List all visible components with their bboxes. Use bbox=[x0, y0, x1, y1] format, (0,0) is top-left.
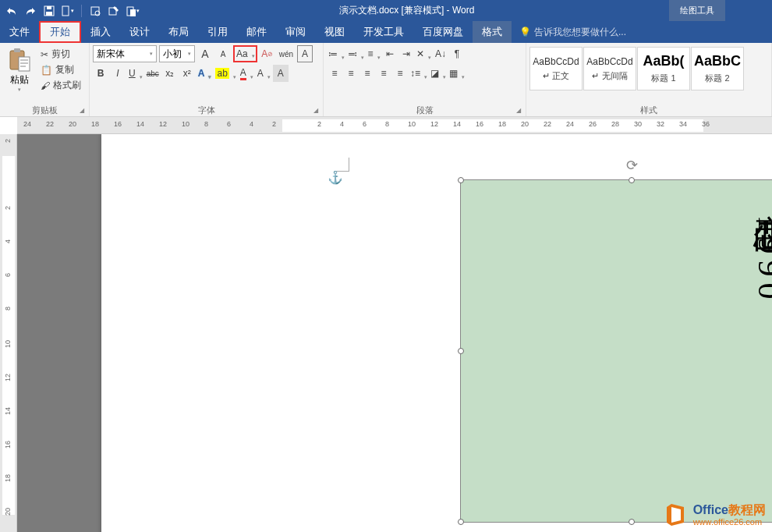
resize-handle-n[interactable] bbox=[629, 177, 635, 183]
group-label-clipboard: 剪贴板 bbox=[3, 104, 86, 116]
bullets-button[interactable]: ≔ bbox=[327, 45, 345, 62]
multilevel-list-button[interactable]: ≡ bbox=[366, 45, 381, 62]
tab-developer[interactable]: 开发工具 bbox=[354, 21, 413, 43]
resize-handle-nw[interactable] bbox=[458, 177, 464, 183]
font-dialog-launcher[interactable]: ◢ bbox=[313, 107, 321, 115]
align-right-button[interactable]: ≡ bbox=[359, 65, 375, 82]
text-effects-button[interactable]: A bbox=[197, 65, 213, 82]
style-preview: AaBbCcDd bbox=[586, 56, 632, 67]
svg-rect-10 bbox=[14, 48, 20, 52]
tab-layout[interactable]: 布局 bbox=[159, 21, 198, 43]
show-marks-button[interactable]: ¶ bbox=[449, 45, 465, 62]
text-box-content[interactable]: 恋曲 1990 bbox=[748, 188, 772, 306]
borders-button[interactable]: ▦ bbox=[448, 65, 466, 82]
style-name: 标题 1 bbox=[651, 73, 675, 84]
distribute-button[interactable]: ≡ bbox=[392, 65, 408, 82]
char-shading-button[interactable]: A bbox=[273, 65, 289, 82]
page: ⚓ ⟳ 恋曲 1990 bbox=[101, 134, 772, 532]
font-color-button[interactable]: A bbox=[239, 65, 254, 82]
style-item-1[interactable]: AaBbCcDd↵ 无间隔 bbox=[583, 47, 636, 90]
tab-view[interactable]: 视图 bbox=[315, 21, 354, 43]
svg-rect-11 bbox=[19, 57, 30, 71]
char-circle-button[interactable]: A bbox=[256, 65, 271, 82]
title-bar: ▾ ▾ 演示文档.docx [兼容模式] - Word 绘图工具 bbox=[0, 0, 772, 21]
copy-icon: 📋 bbox=[41, 65, 52, 76]
cut-button[interactable]: ✂剪切 bbox=[37, 47, 84, 62]
paste-icon bbox=[6, 47, 33, 73]
qat-macro-button[interactable] bbox=[105, 2, 122, 20]
brush-icon: 🖌 bbox=[41, 80, 50, 91]
line-spacing-button[interactable]: ↕≡ bbox=[409, 65, 428, 82]
bold-button[interactable]: B bbox=[93, 65, 108, 82]
clipboard-dialog-launcher[interactable]: ◢ bbox=[80, 107, 87, 115]
document-canvas[interactable]: ⚓ ⟳ 恋曲 1990 bbox=[17, 134, 772, 532]
style-preview: AaBbCcDd bbox=[533, 56, 579, 67]
sort-button[interactable]: A↓ bbox=[433, 45, 448, 62]
tab-mailings[interactable]: 邮件 bbox=[237, 21, 276, 43]
align-left-button[interactable]: ≡ bbox=[327, 65, 342, 82]
tab-baidu[interactable]: 百度网盘 bbox=[413, 21, 473, 43]
paste-button[interactable]: 粘贴 ▾ bbox=[3, 45, 36, 104]
style-item-0[interactable]: AaBbCcDd↵ 正文 bbox=[529, 47, 583, 90]
lightbulb-icon: 💡 bbox=[519, 27, 531, 37]
paragraph-dialog-launcher[interactable]: ◢ bbox=[516, 107, 524, 115]
font-name-select[interactable]: 新宋体▾ bbox=[93, 45, 157, 62]
group-label-paragraph: 段落 bbox=[327, 104, 522, 116]
style-item-3[interactable]: AaBbC标题 2 bbox=[691, 47, 744, 90]
tab-insert[interactable]: 插入 bbox=[81, 21, 120, 43]
rotate-handle[interactable]: ⟳ bbox=[626, 157, 638, 174]
format-painter-button[interactable]: 🖌格式刷 bbox=[37, 78, 84, 93]
change-case-button[interactable]: Aa bbox=[233, 45, 257, 62]
numbering-button[interactable]: ≕ bbox=[346, 45, 365, 62]
resize-handle-s[interactable] bbox=[629, 519, 635, 525]
copy-button[interactable]: 📋复制 bbox=[37, 62, 84, 77]
tab-review[interactable]: 审阅 bbox=[276, 21, 315, 43]
highlight-color-button[interactable]: ab bbox=[214, 65, 236, 82]
svg-rect-3 bbox=[62, 6, 69, 16]
group-paragraph: ≔ ≕ ≡ ⇤ ⇥ ✕ A↓ ¶ ≡ ≡ ≡ ≡ ≡ ↕≡ ◪ ▦ 段落 ◢ bbox=[324, 43, 526, 116]
style-preview: AaBb( bbox=[643, 53, 685, 69]
save-button[interactable] bbox=[41, 2, 58, 20]
tab-references[interactable]: 引用 bbox=[198, 21, 237, 43]
tell-me-input[interactable]: 💡 告诉我您想要做什么... bbox=[519, 26, 626, 39]
asian-layout-button[interactable]: ✕ bbox=[415, 45, 432, 62]
char-border-button[interactable]: A bbox=[297, 45, 313, 62]
decrease-indent-button[interactable]: ⇤ bbox=[382, 45, 398, 62]
new-doc-button[interactable]: ▾ bbox=[59, 2, 76, 20]
ribbon-tabs: 文件 开始 插入 设计 布局 引用 邮件 审阅 视图 开发工具 百度网盘 格式 … bbox=[0, 21, 772, 43]
text-box[interactable]: ⟳ 恋曲 1990 bbox=[460, 179, 772, 523]
italic-button[interactable]: I bbox=[110, 65, 126, 82]
underline-button[interactable]: U bbox=[127, 65, 143, 82]
grow-font-button[interactable]: A bbox=[197, 45, 213, 62]
superscript-button[interactable]: x² bbox=[179, 65, 195, 82]
redo-button[interactable] bbox=[22, 2, 39, 20]
clear-format-button[interactable]: A⊘ bbox=[260, 45, 275, 62]
tab-home[interactable]: 开始 bbox=[39, 21, 81, 43]
shrink-font-button[interactable]: A bbox=[215, 45, 231, 62]
horizontal-ruler[interactable]: 2422201816141210864224681012141618202224… bbox=[17, 117, 772, 134]
svg-rect-2 bbox=[46, 12, 52, 16]
tab-format[interactable]: 格式 bbox=[473, 21, 512, 43]
qat-paste-button[interactable]: ▾ bbox=[124, 2, 141, 20]
tab-design[interactable]: 设计 bbox=[120, 21, 159, 43]
document-title: 演示文档.docx [兼容模式] - Word bbox=[144, 4, 669, 17]
resize-handle-w[interactable] bbox=[458, 348, 464, 354]
shading-button[interactable]: ◪ bbox=[429, 65, 447, 82]
style-item-2[interactable]: AaBb(标题 1 bbox=[637, 47, 690, 90]
phonetic-guide-button[interactable]: wén bbox=[278, 45, 295, 62]
style-name: ↵ 正文 bbox=[543, 70, 569, 82]
justify-button[interactable]: ≡ bbox=[376, 65, 391, 82]
resize-handle-sw[interactable] bbox=[458, 519, 464, 525]
increase-indent-button[interactable]: ⇥ bbox=[398, 45, 414, 62]
subscript-button[interactable]: x₂ bbox=[162, 65, 178, 82]
strikethrough-button[interactable]: abc bbox=[145, 65, 161, 82]
vertical-ruler[interactable]: 22468101214161820 bbox=[0, 134, 17, 532]
tab-file[interactable]: 文件 bbox=[0, 21, 39, 43]
font-size-select[interactable]: 小初▾ bbox=[159, 45, 195, 62]
undo-button[interactable] bbox=[3, 2, 20, 20]
qat-preview-button[interactable] bbox=[87, 2, 104, 20]
quick-access-toolbar: ▾ ▾ bbox=[0, 2, 144, 20]
scissors-icon: ✂ bbox=[41, 49, 48, 60]
align-center-button[interactable]: ≡ bbox=[343, 65, 359, 82]
group-label-styles: 样式 bbox=[529, 104, 768, 116]
